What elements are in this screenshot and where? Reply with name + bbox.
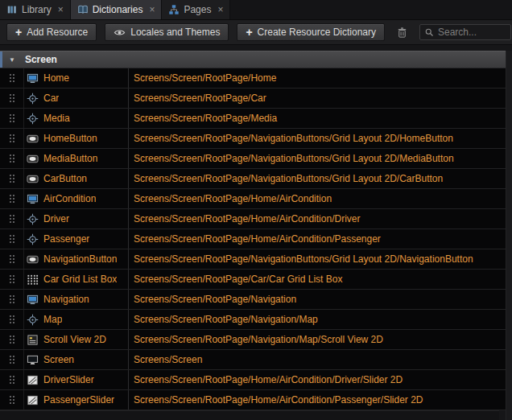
table-row[interactable]: Passenger Screens/Screen/RootPage/Home/A… <box>0 229 506 249</box>
resource-name: Navigation <box>43 294 89 305</box>
locales-and-themes-label: Locales and Themes <box>130 27 220 38</box>
section-header-screen[interactable]: ▼ Screen <box>0 51 506 68</box>
drag-handle-icon[interactable] <box>0 270 24 289</box>
button-icon <box>27 133 39 145</box>
resource-name-cell: Map <box>24 310 129 329</box>
empty-node-2d-icon <box>27 314 39 326</box>
resource-name-cell: Passenger <box>24 229 129 249</box>
empty-node-2d-icon <box>27 93 39 105</box>
table-row[interactable]: Scroll View 2D Screens/Screen/RootPage/N… <box>0 330 506 350</box>
create-resource-dictionary-label: Create Resource Dictionary <box>258 27 376 38</box>
table-row[interactable]: Home Screens/Screen/RootPage/Home <box>0 68 506 89</box>
create-resource-dictionary-button[interactable]: + Create Resource Dictionary <box>237 23 385 41</box>
resource-name: Passenger <box>43 233 89 245</box>
library-icon <box>6 4 18 15</box>
table-row[interactable]: DriverSlider Screens/Screen/RootPage/Hom… <box>0 370 506 390</box>
drag-handle-icon[interactable] <box>0 68 24 88</box>
tab-label: Pages <box>184 4 211 15</box>
toolbar-content-gap <box>0 45 512 51</box>
button-icon <box>27 253 39 266</box>
resource-name-cell: PassengerSlider <box>24 390 129 410</box>
table-row[interactable]: Car Grid List Box Screens/Screen/RootPag… <box>0 270 506 290</box>
drag-handle-icon[interactable] <box>0 350 24 369</box>
drag-handle-icon[interactable] <box>0 129 24 148</box>
drag-handle-icon[interactable] <box>0 370 24 389</box>
resource-path: Screens/Screen/RootPage/NavigationButton… <box>129 169 506 188</box>
page-icon <box>27 193 39 205</box>
resource-path: Screens/Screen/RootPage/Home/AirConditio… <box>129 390 506 410</box>
resource-path: Screens/Screen/RootPage/NavigationButton… <box>129 149 506 168</box>
table-row[interactable]: AirCondition Screens/Screen/RootPage/Hom… <box>0 189 506 209</box>
close-icon[interactable]: × <box>58 5 64 14</box>
resource-path: Screens/Screen/RootPage/Car <box>129 89 506 108</box>
resource-name: PassengerSlider <box>43 394 114 406</box>
resource-path: Screens/Screen/RootPage/Home/AirConditio… <box>129 370 506 389</box>
drag-handle-icon[interactable] <box>0 209 24 229</box>
close-icon[interactable]: × <box>149 5 155 14</box>
resource-name: Scroll View 2D <box>43 334 106 345</box>
collapse-triangle-icon[interactable]: ▼ <box>9 56 15 64</box>
drag-handle-icon[interactable] <box>0 169 24 188</box>
table-row[interactable]: HomeButton Screens/Screen/RootPage/Navig… <box>0 129 506 149</box>
table-row[interactable]: Screen Screens/Screen <box>0 350 506 370</box>
screen-icon <box>27 354 39 366</box>
resource-name-cell: Car Grid List Box <box>24 270 129 289</box>
drag-handle-icon[interactable] <box>0 330 24 349</box>
resource-path: Screens/Screen/RootPage/Car/Car Grid Lis… <box>129 270 506 289</box>
resource-name: Car <box>43 93 59 104</box>
drag-handle-icon[interactable] <box>0 290 24 309</box>
tab-pages[interactable]: Pages × <box>162 0 230 19</box>
resource-path: Screens/Screen/RootPage/Home/AirConditio… <box>129 209 506 229</box>
resource-path: Screens/Screen/RootPage/Navigation <box>129 290 506 309</box>
drag-handle-icon[interactable] <box>0 310 24 329</box>
resource-name: Driver <box>43 213 69 224</box>
plus-icon: + <box>246 27 252 38</box>
resource-name: CarButton <box>43 173 87 184</box>
scroll-view-icon <box>27 334 39 346</box>
tab-library[interactable]: Library × <box>0 0 71 19</box>
resource-name: NavigationButton <box>43 253 117 265</box>
resource-name-cell: Car <box>24 89 129 108</box>
add-resource-button[interactable]: + Add Resource <box>6 23 97 41</box>
resource-name: AirCondition <box>43 193 96 204</box>
table-row[interactable]: Car Screens/Screen/RootPage/Car <box>0 89 506 109</box>
tab-bar: Library × Dictionaries × Pages × <box>0 0 512 20</box>
page-icon <box>27 294 39 306</box>
resource-name-cell: Home <box>24 68 129 88</box>
eye-icon <box>114 27 126 39</box>
resource-name-cell: HomeButton <box>24 129 129 148</box>
table-row[interactable]: Map Screens/Screen/RootPage/Navigation/M… <box>0 310 506 330</box>
vertical-scrollbar[interactable] <box>506 51 512 420</box>
resource-name: HomeButton <box>43 133 97 144</box>
table-row[interactable]: MediaButton Screens/Screen/RootPage/Navi… <box>0 149 506 169</box>
button-icon <box>27 153 39 165</box>
trash-icon <box>396 27 408 39</box>
table-row[interactable]: Driver Screens/Screen/RootPage/Home/AirC… <box>0 209 506 229</box>
horizontal-scrollbar[interactable] <box>0 410 499 420</box>
grid-list-box-icon <box>27 274 39 286</box>
delete-button[interactable] <box>393 23 411 41</box>
drag-handle-icon[interactable] <box>0 89 24 108</box>
resource-path: Screens/Screen/RootPage/Home/AirConditio… <box>129 189 506 208</box>
drag-handle-icon[interactable] <box>0 149 24 168</box>
search-box[interactable] <box>419 24 511 40</box>
resource-name-cell: Driver <box>24 209 129 229</box>
drag-handle-icon[interactable] <box>0 229 24 249</box>
page-icon <box>27 72 39 84</box>
drag-handle-icon[interactable] <box>0 390 24 410</box>
table-row[interactable]: NavigationButton Screens/Screen/RootPage… <box>0 249 506 270</box>
resource-name-cell: Navigation <box>24 290 129 309</box>
locales-and-themes-button[interactable]: Locales and Themes <box>105 23 229 41</box>
table-row[interactable]: PassengerSlider Screens/Screen/RootPage/… <box>0 390 506 410</box>
tab-label: Dictionaries <box>93 4 143 15</box>
drag-handle-icon[interactable] <box>0 189 24 208</box>
table-row[interactable]: CarButton Screens/Screen/RootPage/Naviga… <box>0 169 506 189</box>
tab-dictionaries[interactable]: Dictionaries × <box>71 0 163 19</box>
table-row[interactable]: Navigation Screens/Screen/RootPage/Navig… <box>0 290 506 310</box>
drag-handle-icon[interactable] <box>0 249 24 269</box>
resource-name: Media <box>43 113 70 124</box>
drag-handle-icon[interactable] <box>0 109 24 128</box>
table-row[interactable]: Media Screens/Screen/RootPage/Media <box>0 109 506 129</box>
close-icon[interactable]: × <box>217 5 223 14</box>
search-input[interactable] <box>438 27 506 38</box>
